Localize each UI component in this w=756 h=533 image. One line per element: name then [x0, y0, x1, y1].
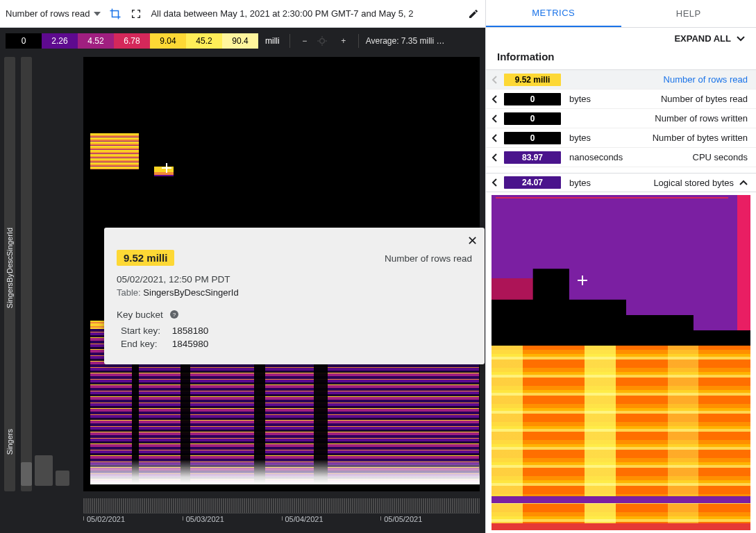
tab-metrics[interactable]: METRICS	[486, 0, 621, 27]
metric-name: CPU seconds	[633, 152, 748, 162]
metric-row[interactable]: 0bytesNumber of bytes read	[486, 90, 756, 109]
row-gutters: SingersByDescSingerId Singers	[0, 54, 83, 533]
legend-bar: 02.264.526.789.0445.290.4 milli − + Aver…	[0, 28, 485, 54]
date-range-text: All data between May 1, 2021 at 2:30:00 …	[151, 8, 459, 19]
legend-swatch: 4.52	[78, 33, 114, 49]
timeline-tick: 05/02/2021	[83, 515, 183, 523]
start-key-value: 1858180	[172, 325, 209, 336]
metric-dropdown[interactable]: Number of rows read	[6, 8, 101, 19]
heat-cluster-selected	[154, 167, 174, 176]
tab-help[interactable]: HELP	[621, 0, 757, 27]
information-heading: Information	[486, 46, 756, 69]
expand-all-label: EXPAND ALL	[674, 33, 731, 44]
metric-row-expanded[interactable]: 24.07 bytes Logical stored bytes	[486, 173, 756, 192]
tooltip-table-value: SingersByDescSingerId	[143, 287, 238, 298]
legend-average: Average: 7.35 milli …	[366, 36, 445, 46]
metric-name: Number of bytes written	[633, 133, 748, 143]
metric-row[interactable]: 0Number of rows written	[486, 109, 756, 128]
chevron-left-icon[interactable]	[492, 134, 501, 142]
crop-icon[interactable]	[109, 8, 121, 20]
metric-value-pill: 0	[504, 132, 561, 144]
mini-heatmap[interactable]	[486, 195, 756, 530]
heat-cluster	[90, 133, 139, 169]
crosshair-icon	[578, 276, 587, 285]
gutter-label-b: Singers	[6, 429, 14, 455]
metric-unit: nanoseconds	[569, 152, 633, 162]
legend-unit: milli	[265, 36, 280, 46]
timeline-tick: 05/05/2021	[380, 515, 480, 523]
legend-swatch: 45.2	[186, 33, 222, 49]
metric-row[interactable]: 0bytesNumber of bytes written	[486, 128, 756, 148]
metric-name: Number of bytes read	[633, 94, 748, 104]
metric-row[interactable]: 83.97nanosecondsCPU seconds	[486, 148, 756, 167]
help-icon[interactable]: ?	[169, 309, 180, 320]
zoom-out-icon[interactable]: −	[297, 36, 312, 46]
chevron-up-icon[interactable]	[739, 180, 748, 185]
fullscreen-icon[interactable]	[130, 8, 142, 20]
metric-value-pill: 24.07	[504, 176, 561, 189]
legend-swatch: 0	[6, 33, 42, 49]
zoom-in-icon[interactable]: +	[336, 36, 351, 46]
metric-name: Logical stored bytes	[633, 178, 734, 188]
edit-icon[interactable]	[467, 8, 480, 20]
chevron-left-icon[interactable]	[492, 76, 501, 84]
metric-value-pill: 9.52 milli	[504, 74, 561, 86]
caret-down-icon	[94, 12, 101, 16]
tooltip-card: ✕ 9.52 milli Number of rows read 05/02/2…	[104, 228, 485, 364]
close-icon[interactable]: ✕	[467, 235, 478, 247]
tooltip-metric-name: Number of rows read	[385, 253, 472, 264]
timeline-tick: 05/03/2021	[183, 515, 282, 523]
svg-point-0	[319, 39, 324, 44]
right-tabs: METRICS HELP	[486, 0, 756, 28]
start-key-label: Start key:	[121, 325, 169, 336]
metric-name: Number of rows written	[633, 113, 748, 124]
gutter-label-a: SingersByDescSingerId	[6, 228, 14, 308]
legend-swatch: 2.26	[42, 33, 78, 49]
chevron-left-icon[interactable]	[492, 95, 501, 103]
legend-swatch: 9.04	[150, 33, 186, 49]
metric-unit: bytes	[569, 133, 633, 143]
tooltip-value-pill: 9.52 milli	[117, 250, 174, 266]
legend-swatch: 90.4	[222, 33, 258, 49]
timeline-tick: 05/04/2021	[282, 515, 381, 523]
metric-list: 9.52 milliNumber of rows read0bytesNumbe…	[486, 69, 756, 167]
expand-all-button[interactable]: EXPAND ALL	[486, 28, 756, 46]
metric-value-pill: 83.97	[504, 151, 561, 164]
metric-value-pill: 0	[504, 93, 561, 105]
chevron-down-icon	[737, 36, 745, 42]
svg-text:?: ?	[173, 312, 176, 318]
tooltip-keybucket-label: Key bucket	[117, 310, 163, 320]
metric-dropdown-label: Number of rows read	[6, 8, 90, 19]
chevron-left-icon[interactable]	[492, 153, 501, 162]
heatmap-area: SingersByDescSingerId Singers 05/02/2021…	[0, 54, 485, 533]
timeline-strip: 05/02/202105/03/202105/04/202105/05/2021	[83, 494, 480, 526]
chevron-left-icon[interactable]	[492, 178, 501, 187]
top-toolbar: Number of rows read All data between May…	[0, 0, 485, 28]
legend-swatch: 6.78	[114, 33, 150, 49]
metric-value-pill: 0	[504, 112, 561, 125]
tooltip-table-label: Table:	[117, 287, 141, 298]
metric-unit: bytes	[569, 94, 633, 104]
metric-unit: bytes	[569, 178, 633, 188]
heat-band-fade	[90, 459, 480, 484]
tooltip-timestamp: 05/02/2021, 12:50 PM PDT	[117, 274, 472, 285]
chevron-left-icon[interactable]	[492, 115, 501, 123]
end-key-value: 1845980	[172, 339, 209, 349]
end-key-label: End key:	[121, 339, 169, 349]
reset-zoom-icon[interactable]	[317, 35, 332, 46]
metric-row[interactable]: 9.52 milliNumber of rows read	[486, 70, 756, 90]
metric-name: Number of rows read	[633, 74, 748, 85]
